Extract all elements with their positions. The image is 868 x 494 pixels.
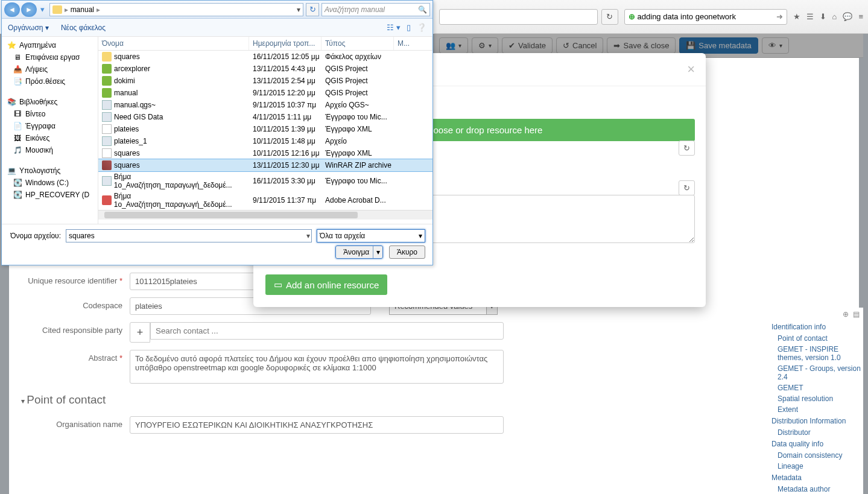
file-row[interactable]: plateies_110/11/2015 1:48 μμΑρχείο xyxy=(98,135,432,147)
file-type-filter[interactable]: Όλα τα αρχεία▾ xyxy=(317,229,425,242)
file-row[interactable]: dokimi13/11/2015 2:54 μμQGIS Project xyxy=(98,75,432,87)
file-row[interactable]: Need GIS Data4/11/2015 1:11 μμΈγγραφο το… xyxy=(98,111,432,123)
file-type-icon xyxy=(102,195,112,205)
search-go-icon[interactable]: ➜ xyxy=(776,12,783,21)
tree-item[interactable]: 🎵Μουσική xyxy=(2,144,98,156)
nav-up-icon[interactable]: ⊕ xyxy=(843,310,849,318)
nav-collapse-icon[interactable]: ▤ xyxy=(853,310,860,318)
file-type-icon xyxy=(102,88,112,98)
nav-link[interactable]: Extent xyxy=(771,404,863,415)
organize-menu[interactable]: Οργάνωση ▾ xyxy=(8,24,49,32)
nav-link[interactable]: Metadata author xyxy=(771,484,863,494)
abstract-textarea[interactable]: Το δεδομένο αυτό αφορά πλατείες του Δήμο… xyxy=(130,350,504,384)
downloads-icon[interactable]: ⬇ xyxy=(820,12,826,21)
nav-link[interactable]: Data quality info xyxy=(771,438,863,450)
file-row[interactable]: plateies10/11/2015 1:39 μμΈγγραφο XML xyxy=(98,123,432,135)
filename-label: Όνομα αρχείου: xyxy=(9,232,61,240)
filename-combo[interactable]: squares▾ xyxy=(66,229,312,242)
nav-back-button[interactable]: ◄ xyxy=(4,2,20,17)
browser-search[interactable]: ⊕ ➜ xyxy=(624,9,787,25)
refresh-button-2[interactable]: ↻ xyxy=(679,180,695,195)
nav-link[interactable]: Domain consistency xyxy=(771,450,863,461)
file-row[interactable]: manual.qgs~9/11/2015 10:37 πμΑρχείο QGS~ xyxy=(98,99,432,111)
cancel-open-button[interactable]: Άκυρο xyxy=(389,245,425,259)
tree-item[interactable]: 📥Λήψεις xyxy=(2,63,98,75)
org-name-input[interactable]: ΥΠΟΥΡΓΕΙΟ ΕΣΩΤΕΡΙΚΩΝ ΚΑΙ ΔΙΟΙΚΗΤΙΚΗΣ ΑΝΑ… xyxy=(130,416,504,434)
file-type-icon xyxy=(102,136,112,146)
file-row[interactable]: squares16/11/2015 12:05 μμΦάκελος αρχείω… xyxy=(98,51,432,63)
folder-tree[interactable]: ⭐Αγαπημένα🖥Επιφάνεια εργασ📥Λήψεις📑Πρόσ.θ… xyxy=(2,37,98,224)
nav-recent-icon[interactable]: ▾ xyxy=(40,5,45,14)
tree-item[interactable]: 💽HP_RECOVERY (D xyxy=(2,189,98,201)
menu-icon[interactable]: ≡ xyxy=(858,12,863,21)
file-type-icon xyxy=(102,52,112,62)
file-row[interactable]: Βήμα 1ο_Αναζήτηση_παραγωγή_δεδομέ...16/1… xyxy=(98,171,432,191)
file-row[interactable]: manual9/11/2015 12:20 μμQGIS Project xyxy=(98,87,432,99)
preview-pane-button[interactable]: ▯ xyxy=(407,23,411,32)
poc-section-title[interactable]: Point of contact xyxy=(9,387,859,413)
nav-link[interactable]: Identification info xyxy=(771,321,863,333)
nav-link[interactable]: GEMET - INSPIRE themes, version 1.0 xyxy=(771,344,863,363)
reload-button[interactable]: ↻ xyxy=(601,9,618,25)
search-contact-input[interactable] xyxy=(150,322,504,340)
browser-search-input[interactable] xyxy=(638,12,776,21)
nav-link[interactable]: Distribution Information xyxy=(771,415,863,427)
file-type-icon xyxy=(102,112,112,122)
view-mode-button[interactable]: ☷ ▾ xyxy=(387,23,401,32)
browser-icons: ★ ☰ ⬇ ⌂ 💬 ≡ xyxy=(793,12,863,21)
horizontal-scrollbar[interactable] xyxy=(98,210,432,220)
file-type-icon xyxy=(102,176,112,186)
file-type-icon xyxy=(102,124,112,134)
nav-link[interactable]: Distributor xyxy=(771,427,863,438)
nav-link[interactable]: GEMET - Groups, version 2.4 xyxy=(771,363,863,382)
file-type-icon xyxy=(102,100,112,110)
open-button[interactable]: Άνοιγμα▾ xyxy=(335,245,383,259)
nav-link[interactable]: GEMET xyxy=(771,382,863,393)
tree-item[interactable]: 🖥Επιφάνεια εργασ xyxy=(2,51,98,63)
file-type-icon xyxy=(102,76,112,86)
tree-group[interactable]: 💻Υπολογιστής xyxy=(2,165,98,177)
tree-group[interactable]: ⭐Αγαπημένα xyxy=(2,39,98,51)
address-refresh-button[interactable]: ↻ xyxy=(306,3,319,16)
add-contact-button[interactable]: + xyxy=(130,322,150,343)
nav-forward-button[interactable]: ► xyxy=(21,2,37,17)
file-type-icon xyxy=(102,148,112,158)
file-row[interactable]: arcexplorer13/11/2015 4:43 μμQGIS Projec… xyxy=(98,63,432,75)
search-icon: 🔍 xyxy=(418,5,427,14)
nav-link[interactable]: Metadata xyxy=(771,472,863,484)
nav-link[interactable]: Point of contact xyxy=(771,333,863,344)
file-type-icon xyxy=(102,160,112,170)
file-list[interactable]: Όνομα Ημερομηνία τροπ... Τύπος Μ... squa… xyxy=(98,37,432,224)
browser-chrome: ↻ ⊕ ➜ ★ ☰ ⬇ ⌂ 💬 ≡ xyxy=(434,0,868,34)
chat-icon[interactable]: 💬 xyxy=(843,12,852,21)
file-row[interactable]: squares10/11/2015 12:16 μμΈγγραφο XML xyxy=(98,147,432,159)
file-row[interactable]: squares13/11/2015 12:30 μμWinRAR ZIP arc… xyxy=(98,159,432,171)
tree-item[interactable]: 🖼Εικόνες xyxy=(2,132,98,144)
url-bar[interactable] xyxy=(439,9,598,25)
reader-icon[interactable]: ☰ xyxy=(806,12,814,21)
file-open-dialog: ◄ ► ▾ ▸ manual ▸ ▾ ↻ Αναζήτηση manual🔍 Ο… xyxy=(1,0,433,265)
metadata-nav-panel: ⊕ ▤ Identification infoPoint of contactG… xyxy=(771,308,863,494)
home-icon[interactable]: ⌂ xyxy=(832,12,837,21)
modal-close-button[interactable]: × xyxy=(687,62,695,77)
help-button[interactable]: ❔ xyxy=(417,23,426,32)
bookmark-star-icon[interactable]: ★ xyxy=(793,12,800,21)
nav-link[interactable]: Lineage xyxy=(771,461,863,472)
address-bar[interactable]: ▸ manual ▸ ▾ xyxy=(49,3,303,16)
tree-item[interactable]: 💽Windows (C:) xyxy=(2,177,98,189)
tree-item[interactable]: 📄Έγγραφα xyxy=(2,120,98,132)
tree-item[interactable]: 📑Πρόσ.θέσεις xyxy=(2,75,98,87)
add-online-resource-button[interactable]: ▭ Add an online resource xyxy=(265,274,387,295)
file-type-icon xyxy=(102,64,112,74)
add-engine-icon: ⊕ xyxy=(629,12,635,21)
folder-icon xyxy=(52,5,62,14)
new-folder-button[interactable]: Νέος φάκελος xyxy=(61,24,106,32)
tree-item[interactable]: 🎞Βίντεο xyxy=(2,108,98,120)
column-headers[interactable]: Όνομα Ημερομηνία τροπ... Τύπος Μ... xyxy=(98,37,432,51)
refresh-button-1[interactable]: ↻ xyxy=(679,141,695,156)
file-search-input[interactable]: Αναζήτηση manual🔍 xyxy=(322,3,430,16)
nav-link[interactable]: Spatial resolution xyxy=(771,393,863,404)
file-row[interactable]: Βήμα 1ο_Αναζήτηση_παραγωγή_δεδομέ...9/11… xyxy=(98,191,432,210)
tree-group[interactable]: 📚Βιβλιοθήκες xyxy=(2,96,98,108)
